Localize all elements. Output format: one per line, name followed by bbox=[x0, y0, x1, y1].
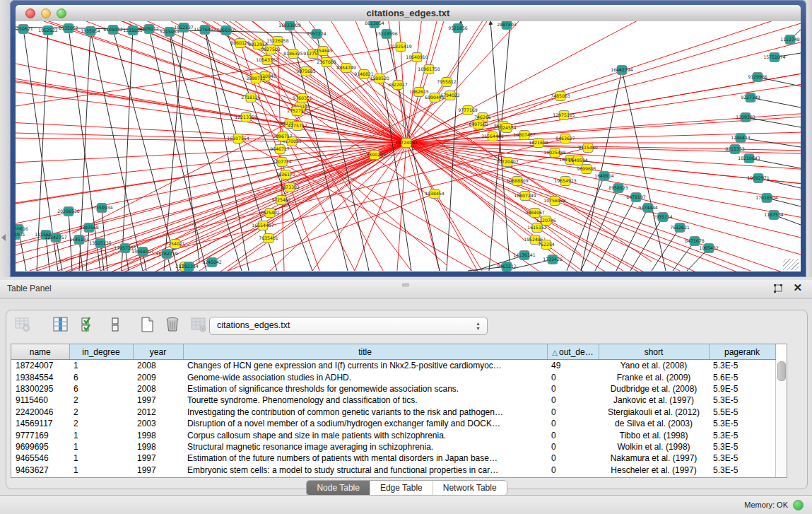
graph-node[interactable]: 8860126 bbox=[230, 39, 250, 48]
float-window-icon[interactable] bbox=[772, 284, 784, 295]
graph-node[interactable]: 7632621 bbox=[670, 223, 690, 233]
graph-node[interactable]: 19654923 bbox=[554, 177, 577, 186]
graph-node[interactable]: 3207714 bbox=[272, 158, 292, 167]
graph-node[interactable]: 1244413 bbox=[731, 134, 751, 143]
graph-node[interactable]: 2718126 bbox=[241, 93, 261, 103]
table-row[interactable]: 1456911722003Disruption of a novel membe… bbox=[11, 418, 775, 429]
zoom-window-icon[interactable] bbox=[57, 8, 66, 18]
network-window-titlebar[interactable]: citations_edges.txt bbox=[16, 5, 801, 22]
graph-node[interactable]: 17016504 bbox=[755, 194, 778, 203]
graph-node[interactable]: 16554407 bbox=[252, 221, 274, 230]
graph-node[interactable]: 9397568 bbox=[79, 223, 99, 233]
graph-node[interactable]: 1065432 bbox=[699, 244, 719, 253]
tab-network-table[interactable]: Network Table bbox=[433, 481, 507, 495]
graph-node[interactable]: 1588520 bbox=[370, 74, 389, 83]
graph-node[interactable]: 8186325 bbox=[283, 49, 303, 59]
graph-node[interactable]: 1209383 bbox=[736, 113, 755, 122]
close-panel-icon[interactable]: ✕ bbox=[793, 281, 802, 294]
column-header-in_degree[interactable]: in_degree bbox=[69, 344, 133, 360]
table-row[interactable]: 977716911998Corpus callosum shape and si… bbox=[11, 429, 775, 440]
graph-node[interactable]: 1733426 bbox=[543, 255, 563, 264]
table-row[interactable]: 946362711997Embryonic stem cells: a mode… bbox=[11, 465, 775, 476]
close-window-icon[interactable] bbox=[25, 8, 35, 18]
graph-node[interactable]: 16033809 bbox=[278, 21, 301, 30]
graph-node[interactable]: 2367608 bbox=[317, 58, 336, 67]
minimize-window-icon[interactable] bbox=[41, 8, 51, 18]
graph-node[interactable]: 8215353 bbox=[725, 145, 745, 154]
graph-node[interactable]: 2752712 bbox=[287, 107, 307, 116]
graph-node[interactable]: 9227349 bbox=[741, 93, 760, 103]
graph-node[interactable]: 1952522 bbox=[38, 26, 58, 35]
table-settings-icon[interactable] bbox=[13, 316, 32, 334]
graph-node[interactable]: 12213359 bbox=[235, 113, 257, 122]
vertical-scrollbar[interactable] bbox=[775, 360, 787, 477]
scrollbar-thumb[interactable] bbox=[777, 361, 786, 381]
graph-node[interactable]: 8813054 bbox=[365, 21, 384, 28]
column-header-out_de[interactable]: △out_de… bbox=[547, 344, 599, 360]
graph-node[interactable]: 6497568 bbox=[469, 120, 488, 129]
graph-node[interactable]: 1938454 bbox=[425, 189, 445, 199]
graph-node[interactable]: 1112748 bbox=[780, 35, 800, 45]
graph-node[interactable]: 16961758 bbox=[418, 65, 440, 74]
column-header-pagerank[interactable]: pagerank bbox=[709, 344, 775, 360]
graph-node[interactable]: 7485063 bbox=[551, 92, 570, 101]
column-header-year[interactable]: year bbox=[133, 344, 183, 360]
table-row[interactable]: 1938455462009Genome-wide association stu… bbox=[11, 371, 775, 382]
graph-node[interactable]: 20206536 bbox=[57, 207, 80, 216]
delete-trash-icon[interactable] bbox=[163, 316, 182, 334]
table-selector-combobox[interactable]: citations_edges.txt ▲▼ bbox=[209, 317, 488, 335]
graph-node[interactable]: 7635401 bbox=[259, 234, 278, 243]
graph-node[interactable]: 9699695 bbox=[577, 165, 596, 174]
graph-node[interactable]: 752254 bbox=[538, 240, 555, 250]
graph-node[interactable]: 7955812 bbox=[437, 78, 457, 87]
column-header-name[interactable]: name bbox=[11, 344, 69, 360]
graph-node[interactable]: 9474444 bbox=[638, 204, 658, 213]
graph-node[interactable]: 3822017 bbox=[388, 81, 408, 90]
graph-node[interactable]: 15226058 bbox=[266, 37, 289, 46]
graph-node[interactable]: 10688809 bbox=[506, 177, 529, 186]
graph-node[interactable]: 19692971 bbox=[747, 174, 770, 183]
table-row[interactable]: 1830029562008Estimation of significance … bbox=[11, 383, 775, 395]
graph-node[interactable]: 2935114 bbox=[653, 213, 673, 222]
graph-node[interactable]: 8454749 bbox=[336, 64, 356, 73]
tab-node-table[interactable]: Node Table bbox=[307, 481, 370, 495]
graph-node[interactable]: 14136141 bbox=[513, 251, 536, 260]
graph-node[interactable]: 3024554 bbox=[497, 124, 517, 133]
graph-node[interactable]: 12342757 bbox=[45, 233, 67, 243]
graph-node[interactable]: 2887403 bbox=[497, 21, 517, 30]
column-header-short[interactable]: short bbox=[599, 344, 709, 360]
graph-node[interactable]: 9884067 bbox=[525, 209, 545, 218]
graph-node[interactable]: 3975685 bbox=[296, 67, 316, 76]
graph-node[interactable]: 8958923 bbox=[608, 184, 628, 193]
table-row[interactable]: 946554611997Estimation of the future num… bbox=[11, 452, 775, 464]
new-file-icon[interactable] bbox=[138, 316, 156, 334]
table-row[interactable]: 969969511998Structural magnetic resonanc… bbox=[11, 441, 775, 452]
graph-node[interactable]: 1640914 bbox=[594, 172, 614, 181]
table-row[interactable]: 2242004622012Investigating the contribut… bbox=[11, 407, 775, 418]
resize-grip-icon[interactable] bbox=[783, 259, 799, 270]
select-columns-icon[interactable] bbox=[79, 316, 98, 334]
splitter-handle[interactable] bbox=[402, 284, 409, 287]
show-column-icon[interactable] bbox=[52, 316, 70, 334]
column-header-title[interactable]: title bbox=[183, 344, 547, 360]
graph-node[interactable]: 15218596 bbox=[375, 30, 398, 39]
graph-node[interactable]: 1145193 bbox=[69, 235, 89, 245]
tab-edge-table[interactable]: Edge Table bbox=[370, 481, 433, 495]
graph-node[interactable]: 9463212 bbox=[497, 262, 517, 271]
graph-node[interactable]: 3913931 bbox=[16, 230, 25, 240]
graph-node[interactable]: 6105052 bbox=[103, 25, 123, 35]
table-row[interactable]: 1872400712008Changes of HCN gene express… bbox=[11, 360, 775, 372]
network-view[interactable]: 8860126891291415226058982750381863259127… bbox=[16, 21, 801, 271]
graph-node[interactable]: 18640910 bbox=[406, 53, 428, 62]
graph-node[interactable]: 1615152 bbox=[527, 223, 547, 233]
graph-node[interactable]: 9521856 bbox=[448, 24, 468, 33]
import-table-icon[interactable] bbox=[189, 316, 208, 334]
graph-node[interactable]: 17359934 bbox=[90, 204, 113, 213]
graph-node[interactable]: 10807487 bbox=[513, 131, 536, 140]
graph-node[interactable]: 18210643 bbox=[738, 154, 760, 163]
graph-node[interactable]: 9546717 bbox=[270, 145, 290, 154]
graph-node[interactable]: 10543362 bbox=[256, 56, 278, 65]
graph-node[interactable]: 10025488 bbox=[543, 148, 566, 158]
graph-node[interactable]: 15276482 bbox=[194, 25, 216, 35]
graph-node[interactable]: 15751074 bbox=[763, 53, 786, 62]
